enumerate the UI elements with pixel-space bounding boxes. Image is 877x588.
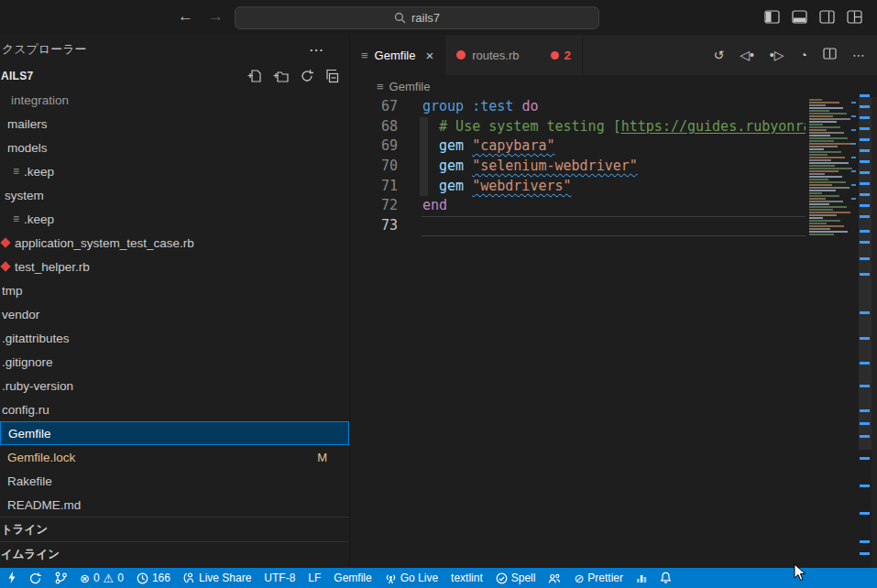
overview-ruler-mark: [860, 127, 870, 130]
language-mode-label: Gemfile: [334, 572, 371, 584]
overview-ruler-mark: [860, 385, 870, 387]
minimap-line: [809, 126, 840, 128]
minimap-line: [809, 179, 828, 180]
breadcrumb[interactable]: ≡ Gemfile: [350, 75, 877, 97]
statusbar-problems[interactable]: ⊗0⚠0: [73, 568, 130, 588]
collapse-all-icon[interactable]: [325, 69, 340, 83]
search-icon: [394, 12, 406, 24]
timeline-section-header[interactable]: イムライン: [0, 541, 349, 566]
warning-count: 0: [117, 572, 124, 584]
file-item-vendor[interactable]: vendor: [0, 302, 349, 326]
minimap-line: [809, 234, 834, 235]
line-number: 68: [350, 117, 398, 137]
gemfile-file-icon: ≡: [377, 80, 384, 93]
toggle-panel-icon[interactable]: [792, 10, 807, 24]
minimap-line: [809, 151, 841, 153]
refresh-icon[interactable]: [300, 69, 314, 83]
search-value: rails7: [411, 11, 440, 25]
overview-ruler-mark: [860, 435, 870, 438]
statusbar-encoding[interactable]: UTF-8: [258, 568, 301, 588]
file-item--keep[interactable]: ≡.keep: [0, 159, 349, 183]
tab-gemfile[interactable]: ≡ Gemfile ×: [350, 35, 445, 75]
file-label: models: [7, 141, 48, 155]
minimap-line: [809, 107, 843, 109]
overview-ruler-mark: [860, 457, 870, 460]
file-item-models[interactable]: models: [0, 136, 349, 159]
minimap-line: [809, 201, 843, 202]
open-changes-icon[interactable]: ◔: [800, 48, 807, 62]
new-file-icon[interactable]: [247, 69, 262, 83]
people-icon: [548, 572, 561, 584]
minimap[interactable]: [806, 97, 858, 568]
ruby-file-icon: [0, 237, 10, 247]
file-item-application-system-test-case-rb[interactable]: application_system_test_case.rb: [0, 231, 349, 255]
file-item-config-ru[interactable]: config.ru: [0, 397, 349, 421]
file-item-integration[interactable]: integration: [0, 88, 349, 112]
statusbar-stats[interactable]: [630, 568, 653, 588]
statusbar-go-live[interactable]: Go Live: [378, 568, 444, 588]
minimap-decoration: [851, 198, 856, 200]
file-item--gitignore[interactable]: .gitignore: [0, 350, 349, 374]
file-item-system[interactable]: system: [0, 183, 349, 207]
file-item--keep[interactable]: ≡.keep: [0, 207, 349, 231]
overview-ruler-mark: [860, 182, 870, 185]
minimap-line: [809, 113, 847, 114]
vscode-window: ← → rails7: [0, 0, 877, 588]
code-token: [422, 137, 439, 154]
file-item--ruby-version[interactable]: .ruby-version: [0, 374, 349, 397]
explorer-more-actions-icon[interactable]: ⋯: [309, 41, 323, 59]
statusbar-language-mode[interactable]: Gemfile: [327, 568, 378, 588]
statusbar-presence[interactable]: [542, 568, 567, 588]
broadcast-icon: [385, 572, 397, 584]
minimap-line: [809, 140, 834, 142]
statusbar-textlint[interactable]: textlint: [444, 568, 489, 588]
statusbar-time-tracker[interactable]: 166: [130, 568, 177, 588]
statusbar-spell-checker[interactable]: Spell: [489, 568, 543, 588]
file-label: .keep: [24, 165, 54, 179]
project-section-header[interactable]: AILS7: [0, 64, 349, 88]
previous-change-icon[interactable]: ◁•: [740, 48, 754, 62]
code-token: group: [422, 98, 464, 114]
clock-icon: [137, 572, 148, 584]
history-back-button[interactable]: ←: [178, 7, 193, 26]
file-item-rakefile[interactable]: Rakefile: [0, 469, 349, 493]
close-tab-icon[interactable]: ×: [425, 48, 433, 63]
minimap-line: [809, 162, 849, 164]
statusbar-notifications[interactable]: [653, 568, 678, 588]
file-item-gemfile[interactable]: Gemfile: [0, 421, 349, 445]
next-change-icon[interactable]: •▷: [770, 48, 784, 62]
file-item-mailers[interactable]: mailers: [0, 112, 349, 136]
slash-icon: ⊘: [574, 572, 584, 584]
statusbar-live-share[interactable]: Live Share: [177, 568, 258, 588]
toggle-primary-sidebar-icon[interactable]: [764, 10, 780, 24]
code-line-73: [422, 216, 806, 236]
statusbar-sync-status[interactable]: [23, 568, 49, 588]
statusbar-prettier[interactable]: ⊘Prettier: [567, 568, 630, 588]
encoding-label: UTF-8: [264, 572, 295, 584]
file-item-gemfile-lock[interactable]: Gemfile.lockM: [0, 445, 349, 469]
customize-layout-icon[interactable]: [847, 10, 862, 24]
outline-section-header[interactable]: トライン: [0, 517, 349, 541]
file-item-tmp[interactable]: tmp: [0, 278, 349, 302]
code-editor[interactable]: 67686970717273 group :test do # Use syst…: [350, 97, 877, 568]
overview-ruler-mark: [860, 149, 870, 152]
line-number: 72: [350, 196, 398, 216]
project-section-label: AILS7: [1, 70, 34, 82]
history-forward-button[interactable]: →: [208, 7, 224, 26]
statusbar-remote-indicator[interactable]: [0, 568, 23, 588]
live-share-label: Live Share: [199, 572, 251, 584]
split-editor-icon[interactable]: [823, 48, 837, 62]
toggle-secondary-sidebar-icon[interactable]: [819, 10, 835, 24]
statusbar-eol[interactable]: LF: [301, 568, 327, 588]
file-item-test-helper-rb[interactable]: test_helper.rb: [0, 255, 349, 278]
more-actions-icon[interactable]: ⋯: [852, 48, 865, 62]
tab-routes-rb[interactable]: routes.rb 2: [445, 35, 583, 75]
statusbar-git-branch[interactable]: [49, 568, 73, 588]
file-item--gitattributes[interactable]: .gitattributes: [0, 326, 349, 350]
file-item-readme-md[interactable]: README.md: [0, 493, 349, 517]
command-center-search[interactable]: rails7: [235, 6, 599, 29]
code-token: [464, 137, 472, 154]
new-folder-icon[interactable]: [273, 69, 289, 83]
history-icon[interactable]: ↺: [713, 48, 724, 62]
file-label: .keep: [24, 212, 54, 226]
